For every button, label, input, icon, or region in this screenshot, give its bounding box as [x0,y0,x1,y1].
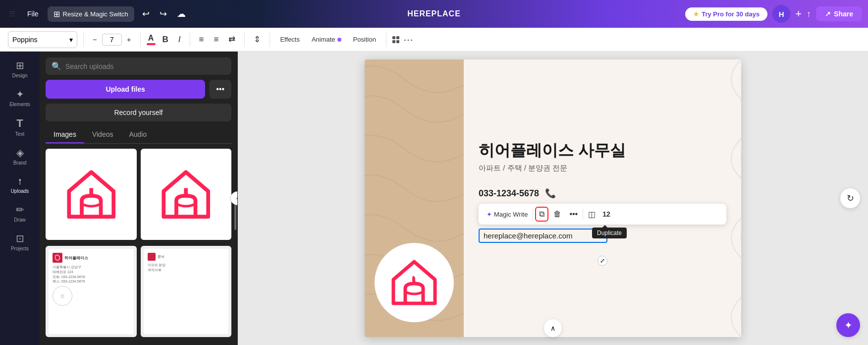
ft-divider-2 [583,209,583,220]
avatar[interactable]: H [772,5,790,23]
sidebar-label-projects: Projects [11,246,29,251]
text-color-button[interactable]: A [147,34,156,45]
sidebar-item-brand[interactable]: ◈ Brand [2,143,38,170]
tab-audio[interactable]: Audio [121,126,155,143]
uploads-icon: ↑ [17,175,22,187]
magic-fab-button[interactable]: ✦ [836,313,860,337]
font-size-increase-button[interactable]: + [124,33,134,46]
list-item[interactable]: 히어플레이스 서울특별시 강남구테헤란로 123전화: 033-1234-567… [46,246,137,337]
file-button[interactable]: File [22,7,44,21]
duplicate-button[interactable]: ⧉ [536,208,547,221]
magic-write-label: Magic Write [494,211,528,218]
elements-icon: ✦ [16,88,24,100]
share-icon: ↗ [825,10,831,18]
text-height-button[interactable]: ⇕ [251,32,264,47]
canvas-content: 히어플레이스 사무실 아파트 / 주택 / 분양권 전문 033-1234-56… [365,59,741,337]
chevron-down-icon: ▾ [69,36,73,44]
font-name: Poppins [12,36,66,44]
font-size-input[interactable] [102,34,122,46]
sidebar-item-design[interactable]: ⊞ Design [2,56,38,82]
sidebar-label-uploads: Uploads [11,188,29,194]
sidebar-item-text[interactable]: T Text [2,113,38,141]
sidebar-label-draw: Draw [14,217,25,223]
trash-icon: 🗑 [553,210,561,219]
magic-write-button[interactable]: ✦ Magic Write [484,209,531,220]
divider-3 [190,33,190,47]
list-item[interactable] [46,149,137,240]
magic-assistant-button[interactable]: ↻ [840,188,860,208]
duplicate-icon: ⧉ [539,210,544,219]
house-logo-canvas [384,253,444,312]
rotate-handle-2[interactable]: ⤢ [597,256,607,266]
more-upload-options-button[interactable]: ••• [209,80,231,99]
list-item[interactable] [141,149,232,240]
sidebar-label-design: Design [12,73,27,78]
search-box: 🔍 [46,58,231,75]
duplicate-button-wrapper: ⧉ [535,207,548,222]
hide-panel-button[interactable]: ‹ [230,191,238,205]
try-pro-button[interactable]: ★ Try Pro for 30 days [685,7,767,21]
undo-button[interactable]: ↩ [138,6,154,21]
list-item[interactable]: 문서 아파트 분양계약서류 [141,246,232,337]
divider-6 [386,33,386,47]
search-icon: 🔍 [52,61,61,71]
canvas-area: 히어플레이스 사무실 아파트 / 주택 / 분양권 전문 033-1234-56… [238,52,868,345]
align-center-button[interactable]: ≡ [211,33,221,47]
right-wavy-decoration [682,59,741,337]
house-logo-1 [59,163,123,226]
resize-icon: ⊞ [54,9,60,19]
share-label: Share [834,10,853,18]
record-yourself-button[interactable]: Record yourself [46,104,231,121]
align-justify-button[interactable]: ⇄ [225,32,238,47]
font-family-select[interactable]: Poppins ▾ [8,31,77,48]
share-button[interactable]: ↗ Share [816,6,862,21]
logo-circle [375,243,454,322]
pro-label: Try Pro for 30 days [702,10,760,18]
card-left-panel [365,59,464,337]
menu-button[interactable]: ☰ [6,7,18,20]
font-size-decrease-button[interactable]: − [90,33,100,46]
more-options-button[interactable]: ⋯ [403,34,413,46]
tab-images[interactable]: Images [46,126,84,143]
formatting-toolbar: Poppins ▾ − + A B I ≡ ≡ ⇄ ⇕ Effects Anim… [0,28,868,52]
sidebar-label-elements: Elements [9,102,30,107]
project-title: HEREPLACE [407,9,461,18]
effects-button[interactable]: Effects [276,34,304,45]
color-letter: A [148,34,154,43]
main-content: ⊞ Design ✦ Elements T Text ◈ Brand ↑ Upl… [0,52,868,345]
sidebar-label-text: Text [15,131,24,137]
position-button[interactable]: Position [349,34,380,45]
divider-4 [244,33,245,47]
email-field[interactable] [479,229,607,243]
animate-button[interactable]: Animate [308,34,345,45]
address-icon-button[interactable]: ◫ [585,208,598,221]
more-toolbar-button[interactable]: ••• [566,208,581,221]
search-input[interactable] [65,62,225,70]
bold-button[interactable]: B [160,33,171,47]
star-icon: ★ [693,10,699,18]
sidebar-item-elements[interactable]: ✦ Elements [2,84,38,111]
position-label: Position [353,36,376,43]
bottom-controls: ∧ [544,319,562,337]
sidebar-label-brand: Brand [13,160,27,166]
draw-icon: ✏ [16,204,24,216]
redo-button[interactable]: ↪ [156,6,171,21]
undo-redo-group: ↩ ↪ [138,6,171,21]
plus-button[interactable]: + [795,7,802,20]
delete-button[interactable]: 🗑 [550,208,564,221]
collapse-button[interactable]: ∧ [544,319,562,337]
align-left-button[interactable]: ≡ [196,33,207,47]
duplicate-tooltip: Duplicate [592,228,627,238]
design-icon: ⊞ [16,59,24,71]
sidebar-item-uploads[interactable]: ↑ Uploads [2,172,38,198]
chart-button[interactable]: ↑ [807,9,811,19]
projects-icon: ⊡ [16,232,24,244]
sidebar-item-projects[interactable]: ⊡ Projects [2,229,38,255]
tab-videos[interactable]: Videos [84,126,121,143]
cloud-icon: ☁ [177,8,186,19]
sidebar-item-draw[interactable]: ✏ Draw [2,200,38,227]
topbar: ☰ File ⊞ Resize & Magic Switch ↩ ↪ ☁ HER… [0,0,868,28]
upload-files-button[interactable]: Upload files [46,80,205,99]
resize-magic-switch-button[interactable]: ⊞ Resize & Magic Switch [48,6,134,22]
italic-button[interactable]: I [175,33,184,47]
